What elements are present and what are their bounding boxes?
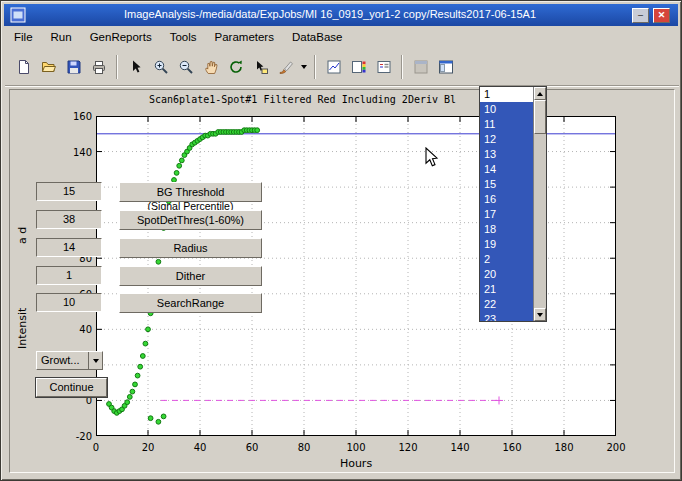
continue-button[interactable]: Continue — [36, 378, 107, 397]
select-arrow-icon[interactable] — [123, 54, 148, 79]
new-document-icon[interactable] — [11, 54, 36, 79]
list-option[interactable]: 15 — [480, 177, 533, 192]
menu-item-genreports[interactable]: GenReports — [81, 29, 161, 45]
searchrange-button[interactable]: SearchRange — [119, 293, 262, 313]
listbox-options: 1 10 11 12 13 14 15 16 17 18 19 2 20 21 … — [480, 87, 533, 321]
spot-number-listbox[interactable]: 1 10 11 12 13 14 15 16 17 18 19 2 20 21 … — [479, 86, 547, 322]
show-plot-tools-icon[interactable] — [433, 54, 458, 79]
radius-button[interactable]: Radius — [119, 238, 262, 258]
print-icon[interactable] — [86, 54, 111, 79]
list-option[interactable]: 18 — [480, 222, 533, 237]
list-option[interactable]: 10 — [480, 102, 533, 117]
list-option[interactable]: 1 — [480, 87, 533, 102]
pan-hand-icon[interactable] — [198, 54, 223, 79]
outlier-points-series — [148, 414, 166, 424]
spotdetthres-field[interactable]: 38 — [36, 210, 102, 229]
rotate-3d-icon[interactable] — [223, 54, 248, 79]
hide-plot-tools-icon[interactable] — [408, 54, 433, 79]
list-option[interactable]: 16 — [480, 192, 533, 207]
toolbar-separator — [314, 55, 316, 79]
window-icon — [10, 7, 26, 23]
dither-button[interactable]: Dither — [119, 266, 262, 286]
menu-item-run[interactable]: Run — [42, 29, 81, 45]
insert-colorbar-icon[interactable] — [346, 54, 371, 79]
list-option[interactable]: 12 — [480, 132, 533, 147]
list-option[interactable]: 11 — [480, 117, 533, 132]
list-option[interactable]: 21 — [480, 282, 533, 297]
figure-toolbar — [5, 48, 679, 86]
list-scrollbar[interactable] — [533, 87, 546, 321]
toolbar-separator — [116, 55, 118, 79]
close-button[interactable]: ✕ — [653, 8, 670, 23]
minimize-button[interactable]: – — [632, 8, 649, 23]
menu-item-database[interactable]: DataBase — [283, 29, 352, 45]
brush-icon[interactable] — [273, 54, 298, 79]
chevron-down-icon[interactable] — [88, 352, 102, 369]
list-option[interactable]: 23 — [480, 312, 533, 321]
insert-legend-icon[interactable] — [371, 54, 396, 79]
title-bar[interactable]: ImageAnalysis-/media/data/ExpJobs/MI 16_… — [4, 4, 678, 26]
list-option[interactable]: 22 — [480, 297, 533, 312]
menu-item-tools[interactable]: Tools — [161, 29, 206, 45]
scroll-up-icon[interactable] — [534, 87, 546, 100]
bg-threshold-field[interactable]: 15 — [36, 182, 102, 201]
link-plot-icon[interactable] — [321, 54, 346, 79]
window-title: ImageAnalysis-/media/data/ExpJobs/MI 16_… — [34, 8, 626, 20]
app-window: ImageAnalysis-/media/data/ExpJobs/MI 16_… — [0, 0, 682, 481]
open-folder-icon[interactable] — [36, 54, 61, 79]
menu-item-parameters[interactable]: Parameters — [206, 29, 283, 45]
save-icon[interactable] — [61, 54, 86, 79]
scroll-track[interactable] — [534, 100, 546, 308]
list-option[interactable]: 14 — [480, 162, 533, 177]
list-option[interactable]: 19 — [480, 237, 533, 252]
dither-field[interactable]: 1 — [36, 266, 102, 285]
data-cursor-icon[interactable] — [248, 54, 273, 79]
menu-item-file[interactable]: File — [5, 29, 42, 45]
scroll-down-icon[interactable] — [534, 308, 546, 321]
brush-dropdown-caret-icon[interactable] — [298, 54, 309, 79]
y-axis-label-fragment: a d — [16, 227, 29, 244]
zoom-in-icon[interactable] — [148, 54, 173, 79]
list-option[interactable]: 2 — [480, 252, 533, 267]
menu-bar: File Run GenReports Tools Parameters Dat… — [5, 27, 677, 47]
zoom-out-icon[interactable] — [173, 54, 198, 79]
list-option[interactable]: 17 — [480, 207, 533, 222]
spotdetthres-button[interactable]: SpotDetThres(1-60%) — [119, 210, 262, 230]
growth-dropdown[interactable]: Growt... — [36, 351, 103, 370]
radius-field[interactable]: 14 — [36, 238, 102, 257]
plot-title: Scan6plate1-Spot#1 Filtered Red Includin… — [149, 94, 456, 105]
growth-dropdown-value: Growt... — [37, 352, 88, 369]
searchrange-field[interactable]: 10 — [36, 293, 102, 312]
list-option[interactable]: 13 — [480, 147, 533, 162]
y-axis-label-fragment: Intensit — [16, 308, 29, 349]
toolbar-separator — [401, 55, 403, 79]
bg-threshold-button[interactable]: BG Threshold — [119, 182, 262, 202]
scroll-thumb[interactable] — [534, 100, 546, 134]
x-axis-label: Hours — [340, 457, 372, 470]
list-option[interactable]: 20 — [480, 267, 533, 282]
